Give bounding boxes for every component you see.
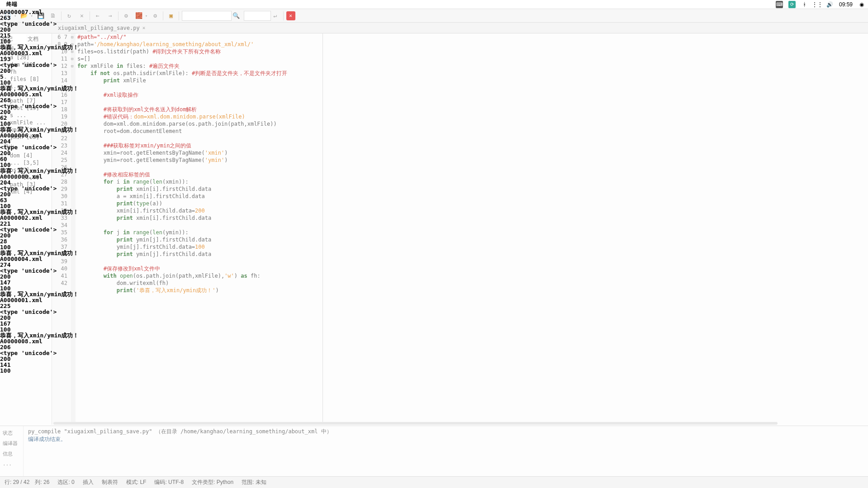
open-file-button[interactable]: 📂 [19,11,29,21]
build-button[interactable]: 🧱 [134,11,144,21]
message-panel: 状态 编译器 信息 ... py_compile "xiugaixml_pili… [0,426,868,476]
new-file-button[interactable]: 📄 [3,11,13,21]
forward-button[interactable]: → [105,11,115,21]
status-filetype: 文件类型: Python [192,479,233,486]
bluetooth-icon[interactable]: ᚼ [801,1,808,8]
close-tab-button[interactable]: ✕ [77,11,87,21]
status-bar: 行: 29 / 42 列: 26 选区: 0 插入 制表符 模式: LF 编码:… [0,476,868,488]
tree-item[interactable]: os [2] [0,166,52,174]
tree-item[interactable]: s ... [0,112,52,119]
sidebar-tab-symbols[interactable]: 标记 [0,34,26,44]
fold-gutter: ⊟ ⊟ ⊟ ⊟ ⊟ [71,33,76,425]
tree-item[interactable]: ymin [23] [0,133,52,141]
tree-item[interactable]: files [8] [0,76,52,83]
tree-item[interactable]: path [3] [0,181,52,188]
tree-item[interactable]: a [28] [0,54,52,61]
separator [179,11,179,20]
tree-item[interactable]: xml [4] [0,188,52,195]
goto-button[interactable]: ↵ [270,11,280,21]
toolbar: 📄▾ 📂▾ 💾 🗎 ↻ ✕ ← → ⚙ 🧱▾ ⚙ ▣ ⌫ 🔍 ⌫ ↵ ✕ [0,9,868,23]
sidebar-tab-docs[interactable]: 文档 [26,34,52,44]
tree-item[interactable]: dom [4] [0,152,52,159]
status-selection: 选区: 0 [57,479,74,486]
run-button[interactable]: ⚙ [150,11,160,21]
compile-button[interactable]: ⚙ [121,11,131,21]
code-area[interactable]: 6 7 8 9 10 11 12 13 14 15 16 17 18 19 20… [52,33,868,425]
separator [283,11,284,20]
siri-icon[interactable]: ◉ [858,1,865,8]
compile-result: 编译成功结束。 [28,436,865,443]
save-button[interactable]: 💾 [36,11,46,21]
separator [61,11,62,20]
tab-bar: xiugaixml_piliang_save.py ✕ [0,23,868,33]
line-gutter: 6 7 8 9 10 11 12 13 14 15 16 17 18 19 20… [52,33,71,425]
sidebar-section-vars: 变量 [0,44,52,54]
file-tab-label: xiugaixml_piliang_save.py [58,25,140,31]
status-line-col: 行: 29 / 42 列: 26 [5,479,49,486]
compile-command: py_compile "xiugaixml_piliang_save.py" （… [28,428,865,436]
menubar: 终端 ⌨ ⟳ ᚼ ⋮⋮ 🔊 09:59 ◉ [0,0,868,9]
tree-item[interactable]: xmlFile ... [0,119,52,126]
tree-item[interactable]: root [19] [0,104,52,112]
msgtab-compiler[interactable]: 编译器 [0,438,23,449]
goto-input[interactable] [244,11,271,21]
separator [163,11,163,20]
status-tab: 制表符 [102,479,118,486]
msgtab-messages[interactable]: 信息 [0,449,23,459]
tree-item[interactable]: ... [3,5] [0,174,52,181]
tray-icon-1[interactable]: ⌨ [776,1,783,8]
tree-item[interactable]: xmin [22] [0,126,52,133]
back-button[interactable]: ← [93,11,103,21]
wifi-icon[interactable]: ⋮⋮ [814,1,821,8]
msgtab-status[interactable]: 状态 [0,428,23,438]
tree-item[interactable]: j... [0,90,52,97]
tray-icon-2[interactable]: ⟳ [788,1,796,8]
quit-button[interactable]: ✕ [286,11,295,20]
reload-button[interactable]: ↻ [64,11,74,21]
msgtab-more[interactable]: ... [0,459,23,469]
status-scope: 范围: 未知 [242,479,266,486]
app-menu[interactable]: 终端 [6,0,17,8]
clock[interactable]: 09:59 [839,1,853,8]
find-input[interactable] [182,11,232,21]
horizontal-scrollbar[interactable] [53,422,778,425]
status-encoding: 编码: UTF-8 [154,479,184,486]
volume-icon[interactable]: 🔊 [826,1,834,8]
sidebar: 标记 文档 变量 a [28]dom [18]fhfiles [8]i...j.… [0,33,52,425]
status-insert: 插入 [83,479,94,486]
save-all-button[interactable]: 🗎 [48,11,58,21]
file-tab[interactable]: xiugaixml_piliang_save.py ✕ [54,25,149,31]
tree-item[interactable]: dom [18] [0,61,52,68]
sidebar-section-export: 导出 [0,142,52,152]
tree-item[interactable]: path [7] [0,97,52,104]
editor-window: 📄▾ 📂▾ 💾 🗎 ↻ ✕ ← → ⚙ 🧱▾ ⚙ ▣ ⌫ 🔍 ⌫ ↵ ✕ xiu… [0,9,868,488]
code-text[interactable]: #path="../xml/" path='/home/kanghao/lear… [76,33,868,425]
close-icon[interactable]: ✕ [142,25,146,31]
tree-item[interactable]: fh [0,68,52,76]
separator [90,11,90,20]
tree-item[interactable]: i... [0,83,52,90]
tree-item[interactable]: ... [3,5] [0,159,52,166]
status-mode: 模式: LF [126,479,147,486]
separator [118,11,119,20]
color-button[interactable]: ▣ [166,11,176,21]
find-button[interactable]: 🔍 [231,11,241,21]
